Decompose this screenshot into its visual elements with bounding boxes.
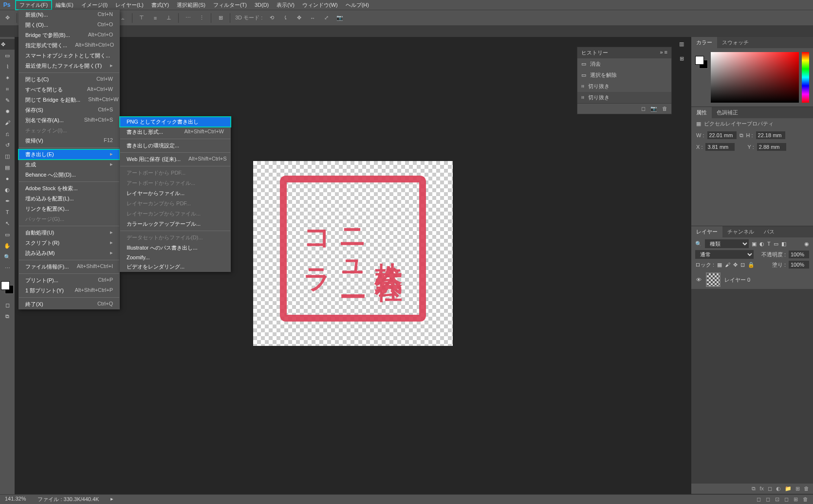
menu-item[interactable]: 1 部プリント(Y)Alt+Shift+Ctrl+P bbox=[18, 286, 120, 296]
tab-color[interactable]: カラー bbox=[691, 37, 717, 48]
panel-fgbg[interactable] bbox=[695, 56, 708, 69]
type-tool[interactable]: T bbox=[1, 207, 13, 217]
tab-channels[interactable]: チャンネル bbox=[722, 226, 759, 237]
distribute-h-icon[interactable]: ⋯ bbox=[184, 14, 192, 22]
shape-tool[interactable]: ▭ bbox=[1, 229, 13, 240]
document-canvas[interactable]: 株式会社ニューコラ bbox=[253, 161, 453, 346]
delete-layer-icon[interactable]: 🗑 bbox=[804, 486, 809, 492]
menu-item[interactable]: 新規(N)...Ctrl+N bbox=[18, 10, 120, 20]
menu-item[interactable]: 埋め込みを配置(L)... bbox=[18, 194, 120, 204]
delete-state-icon[interactable]: 🗑 bbox=[662, 106, 667, 112]
menu-item[interactable]: 自動処理(U) bbox=[18, 228, 120, 238]
menu-item[interactable]: 保存(S)Ctrl+S bbox=[18, 105, 120, 115]
3d-roll-icon[interactable]: ⤹ bbox=[281, 14, 290, 22]
history-item[interactable]: ▭選択を解除 bbox=[577, 70, 671, 81]
adjustment-layer-icon[interactable]: ◐ bbox=[776, 486, 781, 492]
menu-item[interactable]: Behance へ公開(D)... bbox=[18, 170, 120, 180]
zoom-level[interactable]: 141.32% bbox=[5, 496, 26, 503]
menu-item[interactable]: Adobe Stock を検索... bbox=[18, 183, 120, 194]
collapse-icon[interactable]: » bbox=[660, 49, 663, 55]
lock-position-icon[interactable]: ✥ bbox=[733, 262, 738, 268]
tab-paths[interactable]: パス bbox=[759, 226, 779, 237]
edit-toolbar[interactable]: ⋯ bbox=[1, 263, 13, 273]
filter-pixel-icon[interactable]: ▣ bbox=[752, 241, 757, 247]
tab-layers[interactable]: レイヤー bbox=[691, 226, 722, 237]
collapsed-panel-icon[interactable]: ▥ bbox=[676, 38, 687, 50]
3d-camera-icon[interactable]: 📷 bbox=[335, 14, 344, 22]
color-field[interactable] bbox=[711, 52, 799, 103]
submenu-item[interactable]: カラールックアップテーブル... bbox=[120, 219, 231, 229]
marquee-tool[interactable]: ▭ bbox=[1, 50, 13, 61]
foreground-background-colors[interactable] bbox=[1, 281, 14, 294]
dodge-tool[interactable]: ◐ bbox=[1, 184, 13, 195]
filter-smart-icon[interactable]: ◧ bbox=[781, 241, 786, 247]
layer-fx-icon[interactable]: fx bbox=[759, 486, 764, 492]
menu-item[interactable]: 復帰(V)F12 bbox=[18, 136, 120, 146]
blur-tool[interactable]: ● bbox=[1, 173, 13, 184]
menu-file[interactable]: ファイル(F) bbox=[16, 0, 52, 10]
tab-swatches[interactable]: スウォッチ bbox=[717, 37, 754, 48]
sb-icon[interactable]: ◻ bbox=[757, 496, 761, 503]
menu-layer[interactable]: レイヤー(L) bbox=[111, 0, 147, 10]
filter-toggle-icon[interactable]: ◉ bbox=[804, 241, 809, 247]
width-input[interactable] bbox=[707, 131, 737, 139]
gradient-tool[interactable]: ▤ bbox=[1, 162, 13, 173]
eyedropper-tool[interactable]: ✎ bbox=[1, 95, 13, 106]
layer-item[interactable]: 👁 レイヤー 0 bbox=[691, 270, 813, 289]
menu-type[interactable]: 書式(Y) bbox=[148, 0, 173, 10]
fill-input[interactable] bbox=[789, 261, 809, 269]
menu-item[interactable]: すべてを閉じるAlt+Ctrl+W bbox=[18, 85, 120, 95]
menu-item[interactable]: スクリプト(R) bbox=[18, 238, 120, 248]
3d-slide-icon[interactable]: ↔ bbox=[308, 14, 317, 22]
hue-slider[interactable] bbox=[802, 52, 809, 103]
menu-item[interactable]: ファイル情報(F)...Alt+Shift+Ctrl+I bbox=[18, 262, 120, 272]
sb-icon[interactable]: 🗑 bbox=[803, 496, 808, 503]
info-menu-icon[interactable]: ▸ bbox=[111, 496, 113, 503]
crop-tool[interactable]: ⌗ bbox=[1, 84, 13, 94]
submenu-item[interactable]: PNG としてクイック書き出し bbox=[120, 117, 231, 127]
screen-mode-icon[interactable]: ⧉ bbox=[1, 311, 13, 322]
pen-tool[interactable]: ✒ bbox=[1, 196, 13, 206]
visibility-toggle-icon[interactable]: 👁 bbox=[695, 277, 702, 283]
link-layers-icon[interactable]: ⧉ bbox=[752, 486, 756, 492]
sb-icon[interactable]: ⊡ bbox=[775, 496, 779, 503]
lock-image-icon[interactable]: 🖌 bbox=[725, 262, 730, 268]
menu-item[interactable]: 最近使用したファイルを開く(T) bbox=[18, 61, 120, 71]
menu-window[interactable]: ウィンドウ(W) bbox=[298, 0, 342, 10]
menu-item[interactable]: パッケージ(G)... bbox=[18, 214, 120, 224]
panel-menu-icon[interactable]: ≡ bbox=[665, 49, 667, 55]
history-item[interactable]: ⌗切り抜き bbox=[577, 92, 671, 103]
blend-mode-select[interactable]: 通常 bbox=[695, 250, 754, 259]
menu-item[interactable]: 閉じて Bridge を起動...Shift+Ctrl+W bbox=[18, 95, 120, 105]
snapshot-icon[interactable]: 📷 bbox=[650, 106, 657, 112]
tab-adjustments[interactable]: 色調補正 bbox=[712, 107, 743, 118]
menu-item[interactable]: スマートオブジェクトとして開く... bbox=[18, 51, 120, 61]
collapsed-panel-icon[interactable]: ⊞ bbox=[676, 53, 687, 64]
sb-icon[interactable]: ⊞ bbox=[794, 496, 798, 503]
submenu-item[interactable]: アートボードからファイル... bbox=[120, 178, 231, 188]
distribute-v-icon[interactable]: ⋮ bbox=[197, 14, 206, 22]
menu-item[interactable]: Bridge で参照(B)...Alt+Ctrl+O bbox=[18, 30, 120, 40]
menu-image[interactable]: イメージ(I) bbox=[77, 0, 111, 10]
menu-item[interactable]: リンクを配置(K)... bbox=[18, 204, 120, 214]
submenu-item[interactable]: ビデオをレンダリング... bbox=[120, 262, 231, 272]
zoom-tool[interactable]: 🔍 bbox=[1, 252, 13, 262]
submenu-item[interactable]: Zoomify... bbox=[120, 253, 231, 262]
menu-item[interactable]: 終了(X)Ctrl+Q bbox=[18, 299, 120, 309]
submenu-item[interactable]: Web 用に保存 (従来)...Alt+Shift+Ctrl+S bbox=[120, 154, 231, 164]
eraser-tool[interactable]: ◫ bbox=[1, 151, 13, 162]
history-item[interactable]: ▭消去 bbox=[577, 58, 671, 70]
auto-align-icon[interactable]: ⊞ bbox=[216, 14, 225, 22]
submenu-item[interactable]: データセットからファイル(D)... bbox=[120, 233, 231, 243]
menu-3d[interactable]: 3D(D) bbox=[251, 1, 273, 9]
foreground-color[interactable] bbox=[1, 281, 10, 290]
menu-help[interactable]: ヘルプ(H) bbox=[342, 0, 373, 10]
lasso-tool[interactable]: ⌇ bbox=[1, 61, 13, 72]
lock-artboard-icon[interactable]: ⊡ bbox=[740, 262, 745, 268]
submenu-item[interactable]: 書き出し形式...Alt+Shift+Ctrl+W bbox=[120, 127, 231, 137]
3d-zoom-icon[interactable]: ⤢ bbox=[322, 14, 331, 22]
clone-tool[interactable]: ⎌ bbox=[1, 128, 13, 139]
panel-foreground[interactable] bbox=[695, 56, 704, 65]
menu-filter[interactable]: フィルター(T) bbox=[209, 0, 251, 10]
filter-icon[interactable]: 🔍 bbox=[695, 241, 702, 247]
